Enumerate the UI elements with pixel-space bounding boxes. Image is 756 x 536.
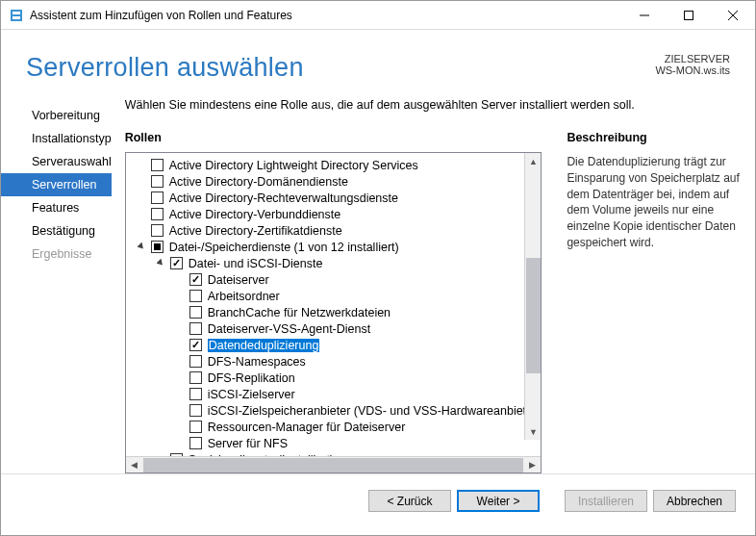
sidebar-step[interactable]: Serverauswahl	[1, 150, 112, 173]
checkbox[interactable]	[189, 421, 202, 433]
close-button[interactable]	[711, 1, 755, 30]
sidebar-step[interactable]: Serverrollen	[1, 173, 112, 196]
back-button[interactable]: < Zurück	[368, 490, 451, 512]
checkbox[interactable]	[151, 159, 164, 171]
checkbox[interactable]	[189, 371, 202, 384]
tree-row[interactable]: DFS-Replikation	[126, 370, 542, 386]
scroll-left-icon[interactable]: ◀	[126, 457, 142, 473]
install-button: Installieren	[565, 490, 647, 512]
scroll-right-icon[interactable]: ▶	[524, 457, 541, 473]
roles-header: Rollen	[125, 131, 542, 144]
vertical-scrollbar[interactable]: ▲ ▼	[524, 153, 541, 440]
tree-row-label[interactable]: Active Directory Lightweight Directory S…	[169, 159, 418, 172]
tree-row-label[interactable]: DFS-Replikation	[208, 371, 295, 385]
expand-icon	[157, 455, 166, 457]
page-title: Serverrollen auswählen	[26, 53, 655, 83]
tree-row-label[interactable]: Arbeitsordner	[208, 290, 280, 303]
tree-row-label[interactable]: BranchCache für Netzwerkdateien	[208, 306, 391, 319]
scroll-thumb[interactable]	[526, 258, 541, 373]
sidebar-step[interactable]: Bestätigung	[1, 219, 112, 242]
checkbox[interactable]	[189, 355, 202, 368]
target-value: WS-MON.ws.its	[655, 64, 730, 76]
tree-row[interactable]: Datei-/Speicherdienste (1 von 12 install…	[126, 239, 542, 255]
checkbox[interactable]	[189, 404, 202, 417]
expand-icon	[176, 373, 186, 383]
roles-tree[interactable]: Active Directory Lightweight Directory S…	[125, 152, 542, 473]
sidebar-step[interactable]: Features	[1, 196, 112, 219]
tree-row-label[interactable]: Active Directory-Verbunddienste	[169, 208, 341, 221]
collapse-icon[interactable]	[138, 242, 147, 252]
wizard-header: Serverrollen auswählen ZIELSERVER WS-MON…	[1, 30, 755, 98]
tree-row[interactable]: iSCSI-Zielserver	[126, 386, 542, 402]
window-titlebar: Assistent zum Hinzufügen von Rollen und …	[1, 1, 755, 30]
tree-row-label[interactable]: Datendeduplizierung	[208, 339, 320, 352]
checkbox[interactable]	[189, 322, 202, 335]
collapse-icon[interactable]	[157, 259, 166, 268]
tree-row-label[interactable]: Active Directory-Domänendienste	[169, 175, 348, 189]
sidebar-step: Ergebnisse	[1, 242, 112, 266]
tree-row-label[interactable]: Ressourcen-Manager für Dateiserver	[208, 421, 406, 434]
tree-row[interactable]: Active Directory-Domänendienste	[126, 173, 542, 190]
tree-row-label[interactable]: iSCSI-Zielserver	[208, 388, 295, 401]
expand-icon	[138, 177, 147, 187]
tree-row[interactable]: Speicherdienste (Installiert)	[126, 451, 542, 456]
tree-row[interactable]: Active Directory-Verbunddienste	[126, 206, 542, 222]
tree-row-label[interactable]: Datei- und iSCSI-Dienste	[189, 257, 323, 270]
tree-row[interactable]: Active Directory Lightweight Directory S…	[126, 157, 542, 173]
cancel-button[interactable]: Abbrechen	[653, 490, 736, 512]
sidebar-step[interactable]: Installationstyp	[1, 127, 112, 150]
checkbox[interactable]	[170, 257, 183, 269]
tree-row[interactable]: Ressourcen-Manager für Dateiserver	[126, 419, 542, 435]
app-icon	[9, 8, 24, 23]
tree-row[interactable]: BranchCache für Netzwerkdateien	[126, 304, 542, 320]
scroll-down-icon[interactable]: ▼	[525, 423, 542, 440]
checkbox[interactable]	[151, 208, 164, 220]
tree-row-label[interactable]: Speicherdienste (Installiert)	[189, 453, 334, 457]
wizard-steps-sidebar: VorbereitungInstallationstypServerauswah…	[1, 98, 112, 473]
checkbox[interactable]	[151, 241, 164, 253]
tree-row[interactable]: Datei- und iSCSI-Dienste	[126, 255, 542, 271]
checkbox[interactable]	[151, 175, 164, 188]
expand-icon	[176, 292, 186, 301]
target-server-info: ZIELSERVER WS-MON.ws.its	[655, 53, 730, 76]
svg-rect-4	[685, 11, 693, 19]
expand-icon	[138, 161, 147, 170]
tree-row-label[interactable]: iSCSI-Zielspeicheranbieter (VDS- und VSS…	[208, 404, 542, 418]
expand-icon	[138, 210, 147, 219]
target-label: ZIELSERVER	[655, 53, 730, 64]
checkbox[interactable]	[189, 339, 202, 351]
tree-row-label[interactable]: Active Directory-Zertifikatdienste	[169, 224, 342, 238]
tree-row-label[interactable]: Server für NFS	[208, 437, 288, 450]
scroll-up-icon[interactable]: ▲	[525, 153, 542, 169]
checkbox[interactable]	[189, 306, 202, 319]
maximize-button[interactable]	[667, 1, 711, 30]
checkbox[interactable]	[189, 388, 202, 400]
scroll-thumb-h[interactable]	[143, 458, 524, 472]
tree-row[interactable]: Arbeitsordner	[126, 288, 542, 304]
checkbox[interactable]	[189, 290, 202, 302]
tree-row[interactable]: Dateiserver-VSS-Agent-Dienst	[126, 320, 542, 337]
tree-row[interactable]: iSCSI-Zielspeicheranbieter (VDS- und VSS…	[126, 402, 542, 419]
tree-row[interactable]: Server für NFS	[126, 435, 542, 451]
sidebar-step[interactable]: Vorbereitung	[1, 104, 112, 127]
horizontal-scrollbar[interactable]: ◀ ▶	[126, 456, 542, 472]
checkbox[interactable]	[151, 224, 164, 237]
tree-row[interactable]: Active Directory-Rechteverwaltungsdienst…	[126, 190, 542, 206]
checkbox[interactable]	[189, 437, 202, 449]
svg-rect-0	[11, 10, 22, 21]
minimize-button[interactable]	[622, 1, 667, 30]
checkbox[interactable]	[189, 273, 202, 286]
tree-row-label[interactable]: Active Directory-Rechteverwaltungsdienst…	[169, 191, 398, 205]
checkbox[interactable]	[151, 191, 164, 204]
tree-row[interactable]: Active Directory-Zertifikatdienste	[126, 222, 542, 239]
tree-row-label[interactable]: Datei-/Speicherdienste (1 von 12 install…	[169, 241, 399, 254]
expand-icon	[138, 226, 147, 236]
tree-row-label[interactable]: Dateiserver	[208, 273, 269, 287]
next-button[interactable]: Weiter >	[457, 490, 540, 512]
tree-row[interactable]: Datendeduplizierung	[126, 337, 542, 353]
checkbox[interactable]	[170, 453, 183, 456]
tree-row[interactable]: Dateiserver	[126, 271, 542, 288]
tree-row-label[interactable]: Dateiserver-VSS-Agent-Dienst	[208, 322, 371, 336]
tree-row[interactable]: DFS-Namespaces	[126, 353, 542, 370]
tree-row-label[interactable]: DFS-Namespaces	[208, 355, 306, 369]
